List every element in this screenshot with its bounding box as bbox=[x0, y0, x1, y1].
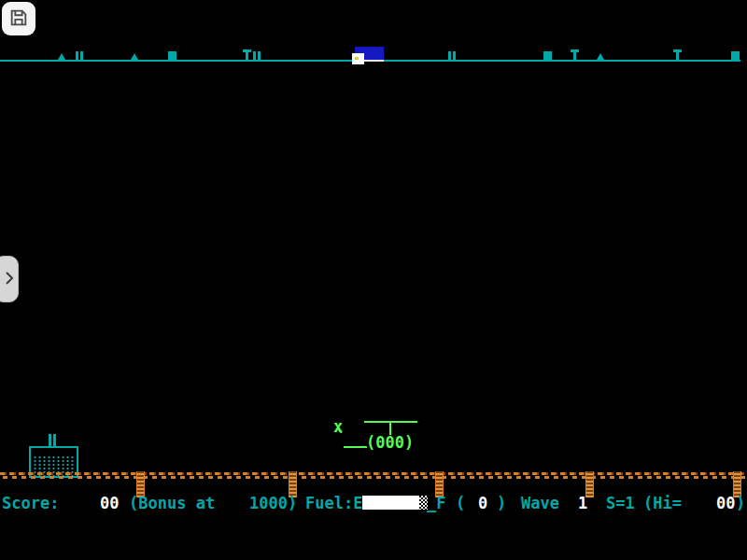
save-button[interactable] bbox=[2, 2, 35, 35]
status-segment: ( bbox=[456, 495, 465, 512]
radar-icon-triangle bbox=[131, 53, 138, 60]
radar-icon-tee bbox=[571, 49, 579, 60]
status-segment: Fuel:E bbox=[305, 495, 362, 512]
status-segment: (Bonus at bbox=[129, 495, 215, 512]
status-segment: ) bbox=[736, 495, 745, 512]
helicopter-tail: ` bbox=[336, 429, 345, 446]
game-screen[interactable]: x ` (000) Score:00(Bonus at1000)Fuel:E_F… bbox=[0, 0, 747, 560]
radar-icon-pillars bbox=[76, 51, 83, 60]
radar-icon-square bbox=[731, 51, 740, 60]
radar-icon-triangle bbox=[597, 53, 604, 60]
status-segment: 00 bbox=[716, 495, 735, 512]
status-segment: _F bbox=[427, 495, 445, 512]
floppy-disk-icon bbox=[8, 7, 29, 31]
status-segment: 00 bbox=[100, 495, 119, 512]
chevron-right-icon bbox=[4, 271, 15, 288]
radar-player-dot bbox=[355, 57, 359, 60]
depot-chimney bbox=[53, 434, 56, 447]
depot-chimney bbox=[49, 434, 51, 447]
fuel-gauge-dither bbox=[419, 496, 428, 510]
radar-icon-triangle bbox=[58, 53, 65, 60]
radar-icon-tee bbox=[673, 49, 682, 60]
ground-strip bbox=[0, 472, 747, 480]
status-segment: 0 bbox=[478, 495, 487, 512]
status-segment: 1000) bbox=[249, 495, 297, 512]
status-segment: S=1 bbox=[606, 495, 635, 512]
status-segment: 1 bbox=[578, 495, 587, 512]
emulator-stage: x ` (000) Score:00(Bonus at1000)Fuel:E_F… bbox=[0, 0, 747, 560]
status-segment: (Hi= bbox=[643, 495, 682, 512]
helicopter-tail-boom bbox=[344, 446, 367, 448]
radar-icon-square bbox=[168, 51, 176, 60]
radar-icon-tee bbox=[243, 49, 251, 60]
radar-viewport-line bbox=[364, 60, 384, 62]
radar-icon-pillars bbox=[253, 51, 261, 60]
radar-icon-square bbox=[543, 51, 552, 60]
radar-icon-pillars bbox=[448, 51, 456, 60]
status-segment: ) bbox=[497, 495, 506, 512]
sidebar-toggle-button[interactable] bbox=[0, 256, 19, 302]
status-segment: Score: bbox=[2, 495, 59, 512]
status-segment: Wave bbox=[521, 495, 559, 512]
fuel-gauge-fill bbox=[362, 496, 419, 510]
helicopter-body: (000) bbox=[366, 434, 414, 451]
